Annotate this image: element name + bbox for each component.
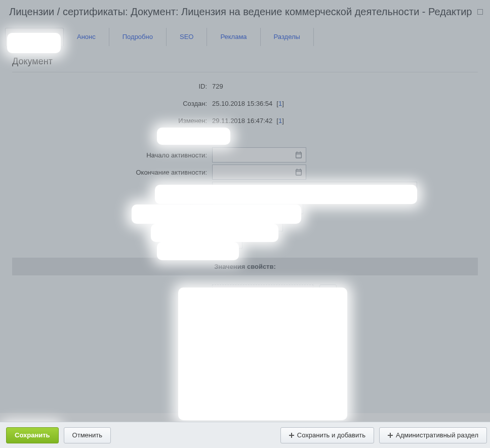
save-button[interactable]: Сохранить	[6, 427, 59, 443]
value-modified-date: 29.11.2018 16:47:42	[212, 117, 272, 125]
label-code: Символьный код:	[12, 203, 212, 211]
panel-title: Документ	[12, 53, 478, 72]
tab-sections[interactable]: Разделы	[261, 28, 314, 46]
plus-icon	[388, 433, 393, 438]
tab-label: Подробно	[123, 33, 153, 40]
tab-seo[interactable]: SEO	[167, 28, 207, 46]
label-created: Создан:	[12, 100, 212, 107]
footer: Сохранить Отменить Сохранить и добавить …	[0, 422, 490, 448]
file-blank-button[interactable]	[319, 323, 337, 338]
tabs: Документ Анонс Подробно SEO Реклама Разд…	[0, 24, 490, 46]
file-thumbnail[interactable]: PDF 99d095baa1bcdee7daa0f97ed209aa40.pdf…	[216, 288, 310, 397]
image-icon	[324, 308, 332, 315]
label-id: ID:	[12, 83, 212, 90]
row-end-date: Окончание активности:	[12, 165, 478, 180]
file-image-button[interactable]	[319, 304, 337, 319]
pdf-file-icon: PDF	[255, 321, 271, 342]
row-active: Активность:	[12, 130, 478, 145]
label-name: Название:	[12, 186, 212, 193]
button-label: Сохранить	[15, 431, 50, 439]
file-name: 99d095baa1bcdee7daa0f97ed209aa40.pdf	[220, 347, 305, 364]
row-start-date: Начало активности:	[12, 147, 478, 162]
row-sort: Сортировка:	[12, 233, 478, 249]
save-and-add-button[interactable]: Сохранить и добавить	[280, 427, 374, 443]
divider	[12, 72, 478, 72]
tab-detail[interactable]: Подробно	[109, 28, 167, 46]
svg-point-3	[326, 310, 328, 311]
label-end: Окончание активности:	[12, 169, 212, 176]
page-title: Лицензии / сертификаты: Документ: Лиценз…	[9, 6, 472, 18]
label-file: Файл:	[12, 284, 212, 297]
tab-ad[interactable]: Реклама	[207, 28, 260, 46]
button-label: Отменить	[72, 431, 102, 439]
file-remove-icon[interactable]: ×	[299, 383, 305, 395]
file-menu-button[interactable]	[319, 284, 337, 300]
row-name: Название:	[12, 182, 478, 197]
sort-input[interactable]	[212, 233, 242, 249]
code-input[interactable]	[212, 199, 303, 214]
tab-label: Разделы	[274, 33, 300, 40]
admin-section-button[interactable]: Административный раздел	[379, 427, 487, 443]
button-label: Сохранить и добавить	[297, 431, 365, 439]
value-id: 729	[212, 83, 223, 90]
modified-user-link[interactable]: 1	[278, 117, 282, 125]
file-dropzone[interactable]: PDF 99d095baa1bcdee7daa0f97ed209aa40.pdf…	[212, 284, 313, 401]
file-toolbar	[319, 284, 337, 338]
check-icon	[214, 135, 220, 141]
row-code: Символьный код:	[12, 199, 478, 214]
label-external: Внешний код:	[12, 220, 212, 228]
tab-anons[interactable]: Анонс	[64, 28, 109, 46]
start-date-input[interactable]	[212, 147, 306, 162]
svg-text:PDF: PDF	[261, 333, 267, 337]
row-created: Создан: 25.10.2018 15:36:54 [1]	[12, 96, 478, 111]
row-id: ID: 729	[12, 78, 478, 94]
titlebar: Лицензии / сертификаты: Документ: Лиценз…	[0, 0, 490, 24]
row-modified: Изменен: 29.11.2018 16:47:42 [1]	[12, 113, 478, 128]
label-start: Начало активности:	[12, 151, 212, 159]
tab-label: Реклама	[220, 33, 247, 40]
cancel-button[interactable]: Отменить	[64, 427, 111, 443]
plus-icon	[289, 433, 294, 438]
name-input[interactable]	[212, 182, 417, 197]
active-checkbox[interactable]	[212, 133, 221, 142]
created-user-link[interactable]: 1	[278, 100, 282, 107]
external-input[interactable]	[212, 216, 283, 231]
calendar-icon	[295, 151, 303, 159]
tab-label: SEO	[180, 33, 193, 40]
properties-section-header: Значения свойств:	[12, 258, 478, 275]
label-modified: Изменен:	[12, 117, 212, 125]
label-active: Активность:	[12, 134, 212, 142]
row-file: Файл: PDF 99d095baa1bcdee7daa0f97ed209aa…	[12, 284, 478, 401]
label-sort: Сортировка:	[12, 237, 212, 245]
end-date-input[interactable]	[212, 165, 306, 180]
window-expand-icon[interactable]	[477, 9, 483, 15]
value-created-date: 25.10.2018 15:36:54	[212, 100, 272, 107]
button-label: Административный раздел	[396, 431, 478, 439]
menu-icon	[324, 289, 332, 295]
form-panel: Документ ID: 729 Создан: 25.10.2018 15:3…	[0, 46, 490, 413]
tab-document[interactable]: Документ	[5, 28, 64, 46]
tab-label: Анонс	[77, 33, 96, 40]
tab-label: Документ	[19, 33, 50, 41]
calendar-icon	[295, 168, 303, 176]
blank-file-icon	[325, 327, 331, 334]
row-external: Внешний код:	[12, 216, 478, 231]
